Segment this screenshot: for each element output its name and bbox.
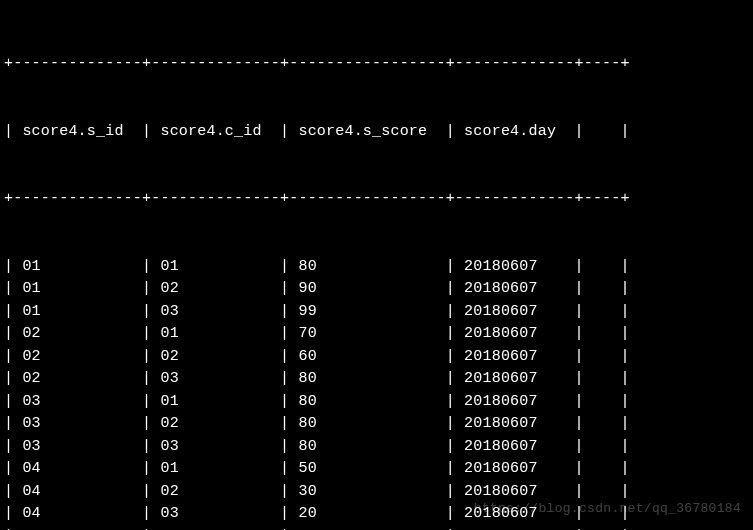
table-row: | 02 | 01 | 70 | 20180607 | | — [4, 323, 749, 346]
table-row: | 03 | 02 | 80 | 20180607 | | — [4, 413, 749, 436]
table-border-mid: +--------------+--------------+---------… — [4, 188, 749, 211]
table-row: | 04 | 02 | 30 | 20180607 | | — [4, 481, 749, 504]
table-row: | 03 | 01 | 80 | 20180607 | | — [4, 391, 749, 414]
table-row: | 02 | 02 | 60 | 20180607 | | — [4, 346, 749, 369]
table-row: | 04 | 01 | 50 | 20180607 | | — [4, 458, 749, 481]
table-row: | 01 | 02 | 90 | 20180607 | | — [4, 278, 749, 301]
table-row: | 02 | 03 | 80 | 20180607 | | — [4, 368, 749, 391]
table-row: | 05 | 01 | 76 | 20180607 | | — [4, 526, 749, 531]
table-border-top: +--------------+--------------+---------… — [4, 53, 749, 76]
table-header-row: | score4.s_id | score4.c_id | score4.s_s… — [4, 121, 749, 144]
table-body: | 01 | 01 | 80 | 20180607 | || 01 | 02 |… — [4, 256, 749, 531]
table-row: | 03 | 03 | 80 | 20180607 | | — [4, 436, 749, 459]
table-row: | 01 | 01 | 80 | 20180607 | | — [4, 256, 749, 279]
terminal-output: +--------------+--------------+---------… — [4, 8, 749, 530]
table-row: | 04 | 03 | 20 | 20180607 | | — [4, 503, 749, 526]
table-row: | 01 | 03 | 99 | 20180607 | | — [4, 301, 749, 324]
